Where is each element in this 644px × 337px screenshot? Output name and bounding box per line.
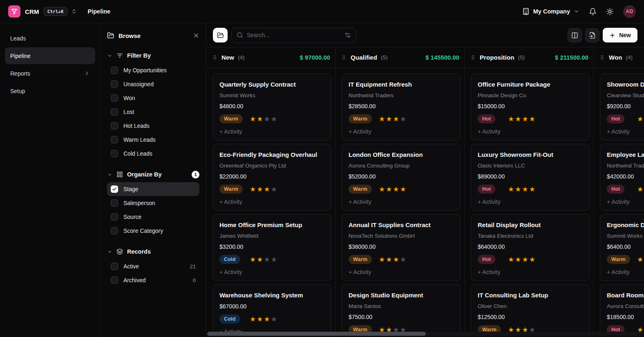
star-rating[interactable]: ★★★★ <box>379 116 407 123</box>
layout-grid-icon <box>116 171 123 178</box>
card-title: Ergonomic D <box>607 221 644 228</box>
scrollbar-thumb[interactable] <box>207 332 426 336</box>
opportunity-card[interactable]: IT Consulting Lab SetupOliver Chen$12500… <box>471 284 590 337</box>
filter-option-source[interactable]: Source <box>107 210 199 224</box>
opportunity-card[interactable]: London Office ExpansionAurora Consulting… <box>342 144 461 211</box>
drag-handle-icon[interactable] <box>599 54 605 60</box>
checkbox[interactable] <box>111 227 118 234</box>
checkbox[interactable] <box>111 277 118 284</box>
checkbox[interactable] <box>111 150 118 157</box>
opportunity-card[interactable]: IT Equipment RefreshNorthwind Traders$28… <box>342 74 461 141</box>
add-activity-link[interactable]: + Activity <box>607 128 644 135</box>
import-button[interactable] <box>585 28 599 42</box>
star-rating[interactable]: ★★★★ <box>508 186 536 193</box>
add-activity-link[interactable]: + Activity <box>349 199 454 205</box>
star-rating[interactable]: ★★★★ <box>250 316 278 323</box>
star-rating[interactable]: ★★★★ <box>379 256 407 263</box>
checkbox[interactable] <box>111 94 118 102</box>
filter-option-my-opportunities[interactable]: My Opportunities <box>107 63 199 77</box>
filter-option-hot-leads[interactable]: Hot Leads <box>107 119 199 133</box>
section-header[interactable]: Records <box>107 246 199 257</box>
filter-option-warm-leads[interactable]: Warm Leads <box>107 133 199 147</box>
company-switcher[interactable]: My Company <box>522 8 579 15</box>
sidebar-item-reports[interactable]: Reports <box>5 65 95 82</box>
opportunity-card[interactable]: Luxury Showroom Fit-OutOasis Interiors L… <box>471 144 590 211</box>
opportunity-card[interactable]: Quarterly Supply ContractSummit Works$48… <box>212 74 331 141</box>
checkbox[interactable] <box>111 122 118 129</box>
star-rating[interactable]: ★★★★ <box>379 186 407 193</box>
filter-option-lost[interactable]: Lost <box>107 105 199 119</box>
filter-option-active[interactable]: Active21 <box>107 259 199 273</box>
filter-option-won[interactable]: Won <box>107 91 199 105</box>
app-logo[interactable] <box>8 5 20 18</box>
browse-close-button[interactable] <box>193 32 199 39</box>
search-input[interactable] <box>247 32 341 38</box>
star-rating[interactable]: ★★★★ <box>637 116 644 123</box>
opportunity-card[interactable]: Design Studio EquipmentMaria Santos$7500… <box>342 284 461 337</box>
checkbox[interactable] <box>111 213 118 221</box>
folder-open-icon <box>217 32 224 39</box>
sidebar-item-setup[interactable]: Setup <box>5 83 95 99</box>
checkbox[interactable] <box>111 199 118 207</box>
section-header[interactable]: Filter By <box>107 50 199 61</box>
opportunity-card[interactable]: Employee LaNorthwind Trad$42000.00Hot★★★… <box>600 144 644 211</box>
opportunity-card[interactable]: Showroom DClearview Stud$9200.00Hot★★★★+… <box>600 74 644 141</box>
drag-handle-icon[interactable] <box>470 54 476 60</box>
add-activity-link[interactable]: + Activity <box>478 269 583 275</box>
new-button[interactable]: New <box>603 28 637 42</box>
search-settings-icon[interactable] <box>344 32 351 38</box>
opportunity-card[interactable]: Annual IT Supplies ContractNovaTech Solu… <box>342 214 461 281</box>
star-rating[interactable]: ★★★★ <box>508 116 536 123</box>
view-columns-button[interactable] <box>568 28 582 42</box>
opportunity-card[interactable]: Home Office Premium SetupJames Whitfield… <box>212 214 331 281</box>
drag-handle-icon[interactable] <box>212 54 218 60</box>
add-activity-link[interactable]: + Activity <box>607 269 644 275</box>
browse-toggle-button[interactable] <box>213 28 228 42</box>
card-company: Summit Works <box>607 233 644 239</box>
chevrons-up-down-icon[interactable] <box>71 9 77 14</box>
checkbox[interactable] <box>111 185 118 193</box>
add-activity-link[interactable]: + Activity <box>478 128 583 135</box>
checkbox[interactable] <box>111 263 118 270</box>
add-activity-link[interactable]: + Activity <box>349 128 454 135</box>
opportunity-card[interactable]: Office Furniture PackagePinnacle Design … <box>471 74 590 141</box>
add-activity-link[interactable]: + Activity <box>219 269 324 275</box>
add-activity-link[interactable]: + Activity <box>219 199 324 205</box>
checkbox[interactable] <box>111 67 118 74</box>
notifications-button[interactable] <box>589 8 597 16</box>
avatar[interactable]: AD <box>623 5 636 18</box>
opportunity-card[interactable]: Warehouse Shelving System$67000.00Cold★★… <box>212 284 331 337</box>
filter-option-archived[interactable]: Archived0 <box>107 273 199 287</box>
add-activity-link[interactable]: + Activity <box>219 128 324 135</box>
filter-option-salesperson[interactable]: Salesperson <box>107 196 199 210</box>
opportunity-card[interactable]: Eco-Friendly Packaging OverhaulGreenleaf… <box>212 144 331 211</box>
checkbox[interactable] <box>111 108 118 116</box>
star-rating[interactable]: ★★★★ <box>250 116 278 123</box>
star-rating[interactable]: ★★★★ <box>637 186 644 193</box>
filter-option-stage[interactable]: Stage <box>107 182 199 196</box>
opportunity-card[interactable]: Ergonomic DSummit Works$6400.00Warm★★★★+… <box>600 214 644 281</box>
filter-option-score-category[interactable]: Score Category <box>107 224 199 238</box>
horizontal-scrollbar[interactable] <box>207 332 643 336</box>
priority-badge: Warm <box>219 114 243 123</box>
star-rating[interactable]: ★★★★ <box>250 256 278 263</box>
opportunity-card[interactable]: Retail Display RolloutTanaka Electronics… <box>471 214 590 281</box>
add-activity-link[interactable]: + Activity <box>607 199 644 205</box>
sidebar-item-leads[interactable]: Leads <box>5 30 95 47</box>
drag-handle-icon[interactable] <box>341 54 347 60</box>
card-title: Annual IT Supplies Contract <box>349 221 454 228</box>
opportunity-card[interactable]: Board RoomAurora Consulti$18500.00Hot★★★… <box>600 284 644 337</box>
star-rating[interactable]: ★★★★ <box>508 256 536 263</box>
shortcut-badge[interactable]: Ctrl+K <box>44 7 67 16</box>
theme-toggle-button[interactable] <box>606 8 614 16</box>
sidebar-item-pipeline[interactable]: Pipeline <box>5 47 95 64</box>
checkbox[interactable] <box>111 136 118 143</box>
filter-option-cold-leads[interactable]: Cold Leads <box>107 147 199 161</box>
filter-option-unassigned[interactable]: Unassigned <box>107 77 199 91</box>
star-rating[interactable]: ★★★★ <box>637 256 644 263</box>
add-activity-link[interactable]: + Activity <box>349 269 454 275</box>
star-rating[interactable]: ★★★★ <box>250 186 278 193</box>
checkbox[interactable] <box>111 80 118 88</box>
add-activity-link[interactable]: + Activity <box>478 199 583 205</box>
section-header[interactable]: Organize By1 <box>107 169 199 180</box>
